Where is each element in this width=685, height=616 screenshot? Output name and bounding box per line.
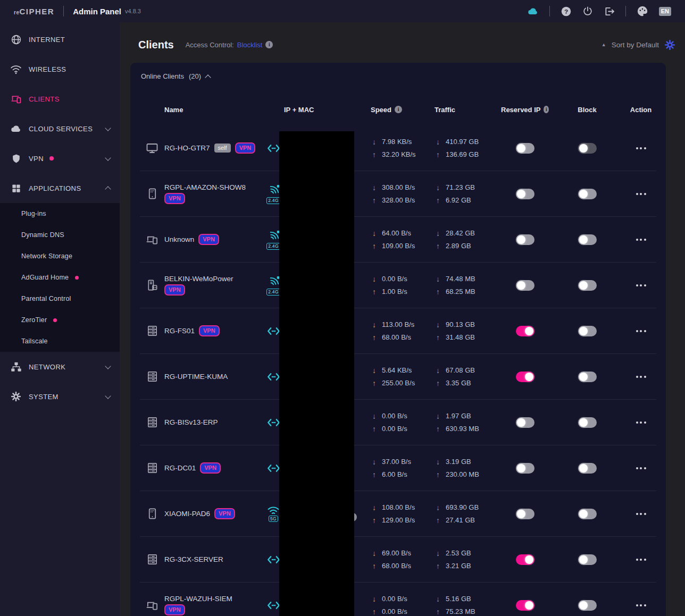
sidebar-item-network[interactable]: NETWORK [0,352,120,382]
row-actions-button[interactable] [625,467,656,469]
reboot-icon[interactable] [582,6,593,16]
row-actions-button[interactable] [625,147,656,149]
connection-icon [266,464,281,472]
block-toggle[interactable] [578,600,597,611]
help-icon[interactable]: ? [561,6,572,17]
table-row: RGPL-WAZUH-SIEM VPN ↓0.00 B/s ↑0.00 B/s … [140,583,656,616]
sidebar-subitem-adguard-home[interactable]: AdGuard Home [0,267,120,288]
block-toggle[interactable] [578,417,597,428]
sidebar-item-clients[interactable]: CLIENTS [0,84,120,114]
row-actions-button[interactable] [625,193,656,195]
connection-icon [266,555,281,564]
connection-icon [267,183,280,197]
speed-down: 0.00 B/s [382,275,407,283]
table-settings-gear-icon[interactable] [664,39,675,50]
reserved-ip-toggle[interactable] [516,417,534,428]
vpn-badge: VPN [164,604,185,615]
sidebar-subitem-dynamic-dns[interactable]: Dynamic DNS [0,224,120,246]
column-header-speed[interactable]: Speedi [371,106,435,114]
cloud-status-icon[interactable] [527,5,539,17]
row-actions-button[interactable] [625,604,656,606]
reserved-ip-toggle[interactable] [516,280,534,291]
sidebar-item-wireless[interactable]: WIRELESS [0,54,120,84]
upload-arrow-icon: ↑ [371,150,378,159]
block-toggle[interactable] [578,554,597,565]
upload-arrow-icon: ↑ [371,607,378,616]
reserved-ip-toggle[interactable] [516,554,534,565]
block-toggle[interactable] [578,326,597,336]
sidebar-item-system[interactable]: SYSTEM [0,382,120,411]
download-arrow-icon: ↓ [371,595,378,603]
column-header-name[interactable]: Name [164,106,263,114]
speed-down: 0.00 B/s [382,595,407,603]
sort-button[interactable]: ▲ Sort by Default [602,41,659,49]
vpn-badge: VPN [164,193,185,204]
row-actions-button[interactable] [625,376,656,378]
theme-palette-icon[interactable] [637,5,648,17]
column-header-block[interactable]: Block [549,106,625,114]
row-actions-button[interactable] [625,513,656,515]
info-icon[interactable]: i [265,41,273,48]
speed-cell: ↓7.98 KB/s ↑32.20 KB/s [371,136,435,161]
block-toggle[interactable] [578,234,597,245]
row-actions-button[interactable] [625,421,656,424]
sidebar-subitem-zerotier[interactable]: ZeroTier [0,309,120,331]
sidebar-subitem-tailscale[interactable]: Tailscale [0,331,120,352]
client-name: RGPL-WAZUH-SIEM [164,595,232,603]
access-control-link[interactable]: Blocklist [237,41,263,49]
reserved-ip-toggle[interactable] [516,600,534,611]
block-toggle[interactable] [578,463,597,474]
download-arrow-icon: ↓ [435,549,441,558]
language-badge[interactable]: EN [659,7,671,16]
sidebar-item-label: CLIENTS [29,95,60,103]
speed-up: 328.00 B/s [382,196,415,204]
sidebar-item-internet[interactable]: INTERNET [0,24,120,54]
info-icon[interactable]: i [395,106,402,113]
reserved-ip-toggle[interactable] [516,463,534,474]
sidebar-subitem-network-storage[interactable]: Network Storage [0,246,120,267]
block-toggle[interactable] [578,189,597,199]
download-arrow-icon: ↓ [435,275,441,283]
speed-down: 5.64 KB/s [382,366,412,374]
row-actions-button[interactable] [625,559,656,561]
device-icon [146,370,158,383]
globe-icon [10,34,22,45]
row-actions-button[interactable] [625,239,656,241]
column-header-reserved-ip[interactable]: Reserved IPi [501,106,549,114]
speed-down: 113.00 B/s [382,320,414,328]
reserved-ip-toggle[interactable] [516,189,534,199]
download-arrow-icon: ↓ [371,138,378,146]
block-toggle[interactable] [578,280,597,291]
connection-icon [266,601,281,610]
sidebar-subitem-parental-control[interactable]: Parental Control [0,288,120,309]
download-arrow-icon: ↓ [435,458,441,466]
sidebar: INTERNETWIRELESSCLIENTSCLOUD SERVICESVPN… [0,22,120,616]
block-toggle[interactable] [578,509,597,519]
info-icon[interactable]: i [544,106,549,113]
column-header-ip-mac[interactable]: IP + MAC [284,106,371,114]
wifi-band-badge: 5G [269,516,278,522]
row-actions-button[interactable] [625,330,656,332]
upload-arrow-icon: ↑ [435,242,441,250]
sidebar-item-cloud-services[interactable]: CLOUD SERVICES [0,114,120,144]
wifi-band-badge: 2.4G [266,243,280,250]
sidebar-subitem-plug-ins[interactable]: Plug-ins [0,203,120,224]
download-arrow-icon: ↓ [371,366,378,375]
table-row: RG-DC01 VPN ↓37.00 B/s ↑6.00 B/s ↓3.19 G… [140,445,656,491]
online-clients-section-toggle[interactable]: Online Clients (20) [141,72,210,80]
reserved-ip-toggle[interactable] [516,372,534,382]
sidebar-item-applications[interactable]: APPLICATIONS [0,173,120,203]
reserved-ip-toggle[interactable] [516,509,534,519]
reserved-ip-toggle[interactable] [516,234,534,245]
device-icon [146,462,158,474]
reserved-ip-toggle[interactable] [516,326,534,336]
column-header-action[interactable]: Action [625,106,656,114]
logout-icon[interactable] [604,6,615,17]
reserved-ip-toggle[interactable] [516,143,534,154]
block-toggle[interactable] [578,143,597,154]
row-actions-button[interactable] [625,284,656,286]
upload-arrow-icon: ↑ [371,242,378,250]
column-header-traffic[interactable]: Traffic [435,106,501,114]
sidebar-item-vpn[interactable]: VPN [0,144,120,173]
block-toggle[interactable] [578,372,597,382]
